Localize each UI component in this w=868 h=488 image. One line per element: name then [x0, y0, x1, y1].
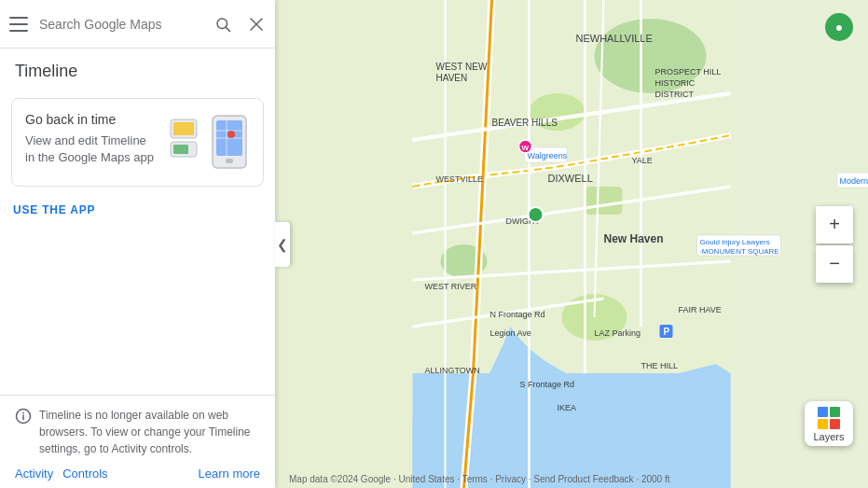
search-icon[interactable]	[210, 11, 236, 37]
bottom-info: Timeline is no longer available on web b…	[0, 395, 275, 488]
spacer	[0, 220, 275, 395]
search-input[interactable]	[39, 17, 202, 32]
svg-text:P: P	[664, 327, 670, 337]
learn-more-button[interactable]: Learn more	[199, 467, 260, 481]
svg-text:HISTORIC: HISTORIC	[655, 78, 696, 88]
sidebar: Timeline Go back in time View and edit T…	[0, 0, 275, 488]
card-image	[166, 112, 250, 173]
layers-icon	[818, 407, 840, 429]
info-icon	[15, 408, 32, 425]
svg-text:YALE: YALE	[632, 156, 653, 165]
svg-text:ALLINGTOWN: ALLINGTOWN	[425, 366, 480, 375]
svg-text:Legion Ave: Legion Ave	[490, 328, 531, 338]
svg-text:DIXWELL: DIXWELL	[548, 173, 593, 184]
svg-point-46	[529, 207, 544, 222]
zoom-out-button[interactable]: −	[816, 245, 853, 283]
card-description: View and edit Timeline in the Google Map…	[25, 132, 155, 166]
svg-text:WEST NEW: WEST NEW	[436, 62, 488, 72]
svg-text:W: W	[522, 144, 530, 152]
user-avatar[interactable]: ●	[825, 13, 853, 41]
use-app-button[interactable]: USE THE APP	[13, 203, 262, 216]
svg-line-52	[226, 27, 229, 31]
svg-rect-65	[226, 159, 233, 163]
svg-text:Modern Apizza: Modern Apizza	[840, 176, 869, 186]
svg-text:·MONUMENT SQUARE: ·MONUMENT SQUARE	[700, 247, 779, 256]
close-icon[interactable]	[243, 11, 269, 37]
map-attribution: Map data ©2024 Google · United States · …	[289, 474, 670, 484]
svg-text:LAZ Parking: LAZ Parking	[595, 328, 641, 338]
chevron-left-icon: ❮	[277, 237, 288, 252]
info-text: Timeline is no longer available on web b…	[39, 407, 260, 457]
svg-rect-4	[586, 187, 623, 215]
svg-text:PROSPECT HILL: PROSPECT HILL	[655, 67, 722, 77]
map-controls: + −	[816, 206, 853, 283]
collapse-button[interactable]: ❮	[275, 222, 290, 267]
svg-point-68	[22, 412, 24, 414]
activity-controls-row: Activity Controls	[15, 467, 108, 481]
card-title: Go back in time	[25, 112, 155, 127]
svg-text:Walgreens: Walgreens	[528, 151, 568, 160]
svg-text:BEAVER HILLS: BEAVER HILLS	[492, 118, 558, 128]
svg-text:New Haven: New Haven	[604, 232, 664, 245]
svg-text:Gould Injury Lawyers: Gould Injury Lawyers	[700, 238, 770, 246]
svg-text:S Frontage Rd: S Frontage Rd	[520, 380, 575, 389]
svg-rect-1	[413, 373, 731, 488]
timeline-card: Go back in time View and edit Timeline i…	[11, 98, 264, 187]
svg-text:THE HILL: THE HILL	[641, 361, 679, 370]
bottom-links: Activity Controls Learn more	[15, 467, 260, 481]
svg-text:NEWHALLVILLE: NEWHALLVILLE	[576, 33, 653, 44]
svg-rect-58	[173, 145, 188, 154]
controls-link[interactable]: Controls	[62, 467, 107, 481]
activity-link[interactable]: Activity	[15, 467, 53, 481]
info-text-row: Timeline is no longer available on web b…	[15, 407, 260, 457]
svg-text:FAIR HAVE: FAIR HAVE	[679, 305, 722, 314]
svg-text:WEST RIVER: WEST RIVER	[425, 282, 477, 291]
menu-icon[interactable]	[9, 13, 32, 35]
svg-text:IKEA: IKEA	[558, 403, 577, 412]
svg-text:HAVEN: HAVEN	[436, 73, 468, 83]
svg-rect-56	[173, 122, 194, 135]
svg-text:DISTRICT: DISTRICT	[655, 90, 695, 99]
zoom-in-button[interactable]: +	[816, 206, 853, 244]
timeline-title: Timeline	[0, 49, 275, 91]
search-bar	[0, 0, 275, 49]
svg-text:WESTVILLE: WESTVILLE	[436, 174, 484, 184]
avatar-initial: ●	[835, 20, 843, 35]
card-text: Go back in time View and edit Timeline i…	[25, 112, 155, 166]
svg-text:N Frontage Rd: N Frontage Rd	[490, 310, 545, 319]
layers-button[interactable]: Layers	[805, 401, 853, 446]
svg-point-64	[227, 131, 235, 138]
layers-label: Layers	[813, 431, 844, 442]
